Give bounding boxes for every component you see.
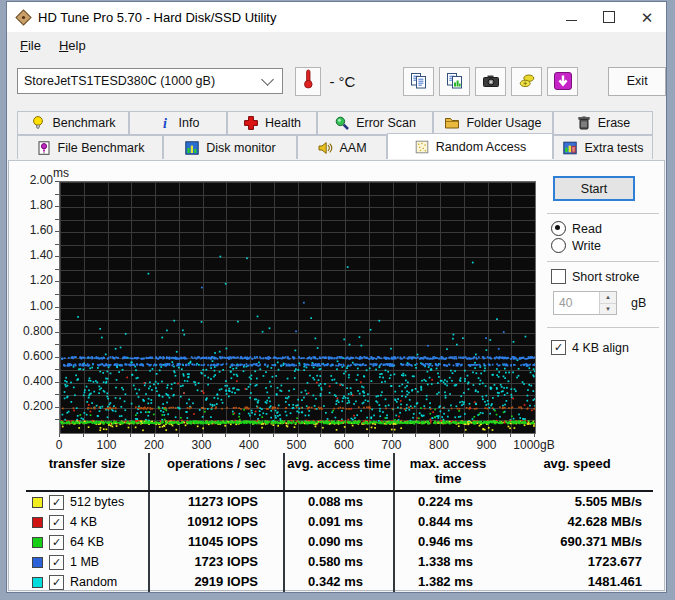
toolbar: StoreJetTS1TESD380C (1000 gB) - °C Exit: [7, 58, 666, 104]
kb-align-label: 4 KB align: [572, 341, 629, 355]
x-axis-tick: [107, 434, 108, 437]
toolbar-button-group: [403, 67, 578, 96]
menu-file[interactable]: File: [11, 35, 50, 56]
x-axis-tick-label: 0: [56, 438, 63, 452]
series-color-swatch: [32, 577, 43, 588]
max-access-cell: 0.844 ms: [393, 512, 501, 532]
svg-text:i: i: [163, 116, 167, 131]
transfer-size-cell: 4 KB: [26, 512, 148, 532]
x-axis-tick-label: 700: [381, 438, 401, 452]
y-axis-tick: [55, 394, 59, 395]
series-color-swatch: [32, 557, 43, 568]
x-axis-tick: [225, 434, 226, 437]
x-axis-tick-label: 300: [191, 438, 211, 452]
exit-button[interactable]: Exit: [608, 67, 666, 96]
read-radio[interactable]: Read: [551, 221, 602, 236]
tab-extra-tests[interactable]: Extra tests: [553, 135, 653, 159]
title-bar: HD Tune Pro 5.70 - Hard Disk/SSD Utility…: [7, 2, 666, 32]
stroke-size-input[interactable]: 40 ▲ ▼: [553, 291, 617, 315]
y-axis-tick-label: 1.80: [9, 198, 53, 212]
tab-random-access[interactable]: Random Access: [387, 133, 553, 159]
tab-label: Benchmark: [52, 116, 115, 130]
update-button[interactable]: [547, 67, 578, 96]
health-cross-icon: [243, 115, 259, 131]
temperature-button[interactable]: [295, 67, 322, 96]
x-axis-tick: [463, 434, 464, 437]
tab-info[interactable]: iInfo: [129, 111, 227, 135]
tab-erase[interactable]: Erase: [553, 111, 653, 135]
results-table: transfer sizeoperations / secavg. access…: [26, 453, 653, 592]
x-axis-tick: [59, 434, 60, 437]
tab-label: Random Access: [436, 140, 526, 154]
tab-label: File Benchmark: [58, 141, 145, 155]
x-axis-tick: [249, 434, 250, 437]
tab-label: AAM: [339, 141, 366, 155]
start-button[interactable]: Start: [553, 176, 635, 201]
tab-folder-usage[interactable]: Folder Usage: [433, 111, 553, 135]
y-axis-tick: [55, 256, 59, 257]
copy-image-button[interactable]: [439, 67, 470, 96]
error-scan-magnifier-icon: [334, 115, 350, 131]
transfer-size-cell: 64 KB: [26, 532, 148, 552]
avg-speed-cell: 5.505 MB/s: [501, 492, 653, 512]
series-checkbox[interactable]: [49, 495, 64, 510]
spin-down-button[interactable]: ▼: [600, 304, 616, 315]
thermometer-icon: [302, 68, 315, 94]
disk-monitor-icon: [184, 140, 200, 156]
tab-health[interactable]: Health: [227, 111, 317, 135]
y-axis-tick: [55, 357, 59, 358]
operations-cell: 11273 IOPS: [148, 492, 283, 512]
camera-button[interactable]: [475, 67, 506, 96]
drive-select-dropdown[interactable]: StoreJetTS1TESD380C (1000 gB): [17, 68, 283, 94]
copy-text-button[interactable]: [403, 67, 434, 96]
menu-help[interactable]: Help: [50, 35, 95, 56]
x-axis-tick-label: 900: [476, 438, 496, 452]
short-stroke-checkbox[interactable]: Short stroke: [551, 269, 639, 284]
tab-file-benchmark[interactable]: File Benchmark: [17, 135, 163, 159]
series-checkbox[interactable]: [49, 575, 64, 590]
update-icon: [554, 72, 572, 90]
avg-access-cell: 0.580 ms: [283, 552, 393, 572]
results-table-header: transfer sizeoperations / secavg. access…: [26, 453, 653, 492]
y-axis-tick: [55, 281, 59, 282]
table-row: 4 KB10912 IOPS0.091 ms0.844 ms42.628 MB/…: [26, 512, 653, 532]
tab-row-1: BenchmarkiInfoHealthError ScanFolder Usa…: [17, 111, 656, 135]
y-axis-tick: [55, 307, 59, 308]
x-axis-tick-label: 500: [286, 438, 306, 452]
tab-aam[interactable]: AAM: [297, 135, 387, 159]
y-axis-tick-label: 0.600: [9, 349, 53, 363]
kb-align-checkbox[interactable]: 4 KB align: [551, 340, 629, 355]
separator: [547, 213, 659, 214]
series-checkbox[interactable]: [49, 535, 64, 550]
tab-disk-monitor[interactable]: Disk monitor: [163, 135, 297, 159]
y-axis-tick: [55, 332, 59, 333]
spin-up-button[interactable]: ▲: [600, 292, 616, 304]
y-axis-tick-label: 1.00: [9, 299, 53, 313]
x-axis-tick: [297, 434, 298, 437]
close-button[interactable]: ✕: [628, 2, 666, 32]
y-axis-tick: [55, 407, 59, 408]
extra-tests-icon: [562, 140, 578, 156]
transfer-size-label: 512 bytes: [70, 492, 124, 512]
write-radio[interactable]: Write: [551, 238, 601, 253]
save-results-button[interactable]: [511, 67, 542, 96]
tab-error-scan[interactable]: Error Scan: [317, 111, 433, 135]
max-access-cell: 1.338 ms: [393, 552, 501, 572]
y-axis-tick-label: 1.40: [9, 248, 53, 262]
minimize-button[interactable]: [552, 2, 590, 32]
maximize-button[interactable]: [590, 2, 628, 32]
series-checkbox[interactable]: [49, 515, 64, 530]
aam-speaker-icon: [317, 140, 333, 156]
maximize-icon: [603, 11, 615, 23]
series-checkbox[interactable]: [49, 555, 64, 570]
series-color-swatch: [32, 517, 43, 528]
random-access-icon: [414, 139, 430, 155]
stroke-size-row: 40 ▲ ▼ gB: [553, 291, 646, 315]
checkbox-icon: [551, 269, 566, 284]
max-access-cell: 0.224 ms: [393, 492, 501, 512]
tab-benchmark[interactable]: Benchmark: [17, 111, 129, 135]
radio-icon: [551, 238, 566, 253]
copy-text-icon: [410, 72, 428, 90]
x-axis-tick: [83, 434, 84, 437]
max-access-cell: 1.382 ms: [393, 572, 501, 592]
